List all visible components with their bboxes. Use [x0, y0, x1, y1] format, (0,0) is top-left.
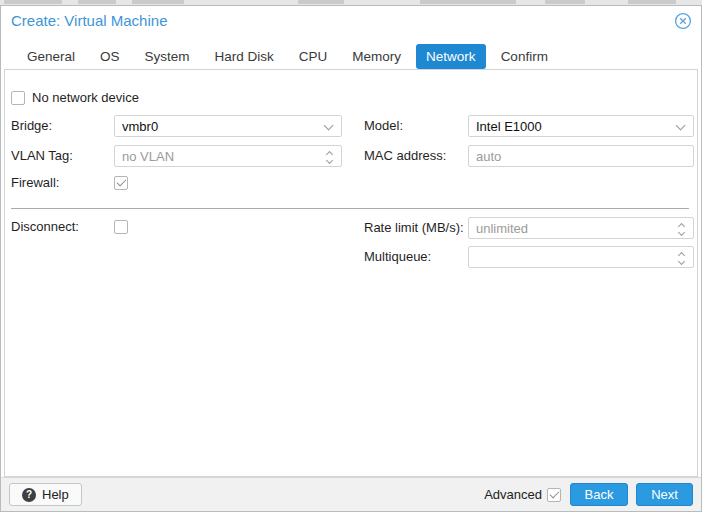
background-text-fragment: [4, 0, 62, 4]
disconnect-checkbox[interactable]: [114, 220, 128, 234]
tab-cpu[interactable]: CPU: [289, 44, 338, 69]
background-text-fragment: [628, 0, 676, 4]
rate-limit-label: Rate limit (MB/s):: [364, 217, 464, 239]
bridge-combo[interactable]: [114, 115, 342, 137]
question-circle-icon: ?: [22, 488, 36, 502]
tab-memory[interactable]: Memory: [342, 44, 411, 69]
bridge-input[interactable]: [115, 116, 341, 136]
next-button[interactable]: Next: [636, 483, 693, 506]
rate-limit-input[interactable]: [469, 218, 693, 238]
no-network-device-label: No network device: [32, 87, 139, 109]
no-network-device-checkbox[interactable]: [11, 91, 25, 105]
multiqueue-input[interactable]: [469, 247, 693, 267]
mac-address-field[interactable]: [468, 145, 694, 167]
background-text-fragment: [545, 0, 585, 4]
help-button-label: Help: [42, 487, 69, 502]
dialog-footer: ? Help Advanced Back Next: [1, 477, 701, 511]
background-text-fragment: [132, 0, 184, 4]
tab-confirm[interactable]: Confirm: [491, 44, 558, 69]
multiqueue-spinner[interactable]: [468, 246, 694, 268]
tab-network[interactable]: Network: [416, 44, 486, 69]
dialog-title: Create: Virtual Machine: [11, 12, 167, 29]
background-text-fragment: [78, 0, 116, 4]
tab-hard-disk[interactable]: Hard Disk: [205, 44, 284, 69]
background-text-fragment: [298, 0, 344, 4]
mac-address-label: MAC address:: [364, 145, 446, 167]
vlan-tag-label: VLAN Tag:: [11, 145, 73, 167]
model-input[interactable]: [469, 116, 693, 136]
tab-os[interactable]: OS: [90, 44, 130, 69]
advanced-label: Advanced: [484, 487, 542, 502]
network-tab-panel: No network device Bridge: Model: VLAN Ta…: [4, 69, 698, 477]
tab-system[interactable]: System: [135, 44, 200, 69]
model-combo[interactable]: [468, 115, 694, 137]
back-button[interactable]: Back: [570, 483, 628, 506]
disconnect-label: Disconnect:: [11, 216, 79, 238]
firewall-checkbox[interactable]: [114, 176, 128, 190]
mac-address-input[interactable]: [469, 146, 693, 166]
tab-general[interactable]: General: [17, 44, 85, 69]
close-icon[interactable]: [674, 12, 692, 30]
rate-limit-spinner[interactable]: [468, 217, 694, 239]
vlan-tag-input[interactable]: [115, 146, 341, 166]
advanced-checkbox[interactable]: [547, 488, 561, 502]
background-text-fragment: [420, 0, 516, 4]
firewall-label: Firewall:: [11, 172, 59, 194]
multiqueue-label: Multiqueue:: [364, 246, 431, 268]
help-button[interactable]: ? Help: [9, 483, 82, 506]
create-vm-dialog: Create: Virtual Machine General OS Syste…: [0, 5, 702, 512]
bridge-label: Bridge:: [11, 115, 52, 137]
vlan-tag-spinner[interactable]: [114, 145, 342, 167]
section-separator: [11, 208, 689, 209]
model-label: Model:: [364, 115, 403, 137]
tab-bar: General OS System Hard Disk CPU Memory N…: [27, 44, 548, 68]
